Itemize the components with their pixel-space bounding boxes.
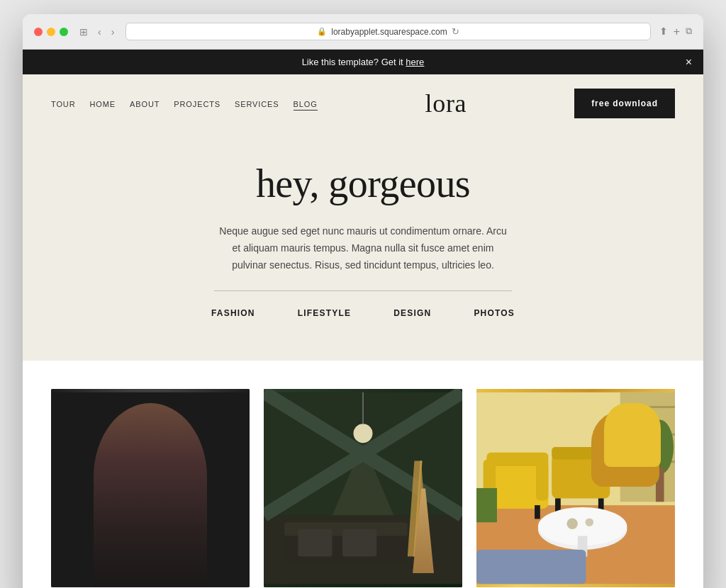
living-room-illustration [476, 389, 675, 587]
category-lifestyle[interactable]: LIFESTYLE [298, 308, 351, 318]
svg-rect-38 [552, 447, 610, 459]
svg-rect-7 [176, 454, 182, 563]
blog-grid-section: 5/22/22 — Photos, Design, Fash... [23, 361, 703, 588]
nav-item-projects[interactable]: PROJECTS [174, 97, 220, 110]
svg-rect-36 [536, 460, 548, 501]
traffic-lights [34, 28, 68, 36]
hero-section: hey, gorgeous Neque augue sed eget nunc … [23, 132, 703, 361]
blog-card-image-1 [51, 389, 250, 587]
nav-link-tour[interactable]: TOUR [51, 100, 75, 108]
svg-rect-4 [120, 454, 125, 563]
nav-item-about[interactable]: ABOUT [130, 97, 160, 110]
category-design[interactable]: DESIGN [393, 308, 431, 318]
nav-item-home[interactable]: HOME [89, 97, 116, 110]
hero-title: hey, gorgeous [51, 161, 675, 206]
announcement-close-button[interactable]: × [686, 56, 692, 69]
free-download-button[interactable]: free download [574, 89, 675, 118]
svg-point-48 [566, 519, 577, 529]
svg-rect-47 [476, 550, 586, 584]
blog-card-image-3 [476, 389, 675, 587]
svg-point-14 [353, 424, 372, 443]
blog-card-image-2 [264, 389, 462, 587]
svg-rect-25 [342, 529, 376, 557]
nav-link-about[interactable]: ABOUT [130, 100, 160, 108]
browser-controls: ⊞ ‹ › [77, 25, 117, 39]
browser-actions: ⬆ + ⧉ [659, 26, 692, 38]
blog-card-1[interactable]: 5/22/22 — Photos, Design, Fash... [51, 389, 250, 588]
svg-rect-0 [51, 392, 250, 584]
nav-item-tour[interactable]: TOUR [51, 97, 75, 110]
svg-point-49 [586, 519, 594, 527]
browser-window: ⊞ ‹ › 🔒 lorabyapplet.squarespace.com ↻ ⬆… [23, 14, 703, 588]
site-logo: lora [425, 89, 467, 118]
tabs-icon[interactable]: ⧉ [686, 26, 692, 38]
blog-grid: 5/22/22 — Photos, Design, Fash... [51, 389, 675, 588]
svg-point-10 [139, 445, 143, 449]
svg-rect-40 [535, 506, 540, 519]
svg-rect-37 [552, 454, 610, 499]
nav-item-blog[interactable]: BLOG [294, 97, 318, 110]
nav-link-home[interactable]: HOME [89, 100, 116, 108]
announcement-text: Like this template? Get it [302, 57, 406, 67]
svg-rect-51 [656, 468, 664, 502]
lock-icon: 🔒 [317, 27, 327, 36]
svg-rect-46 [476, 488, 497, 522]
hero-description: Neque augue sed eget nunc mauris ut cond… [214, 223, 512, 273]
forward-button[interactable]: › [108, 25, 118, 39]
svg-point-9 [155, 443, 166, 452]
url-text: lorabyapplet.squarespace.com [331, 27, 447, 37]
nav-links: TOUR HOME ABOUT PROJECTS SERVICES BLOG [51, 97, 318, 110]
category-photos[interactable]: PHOTOS [474, 308, 515, 318]
share-icon[interactable]: ⬆ [659, 26, 668, 38]
minimize-button[interactable] [47, 28, 55, 36]
portrait-illustration [51, 389, 250, 587]
close-button[interactable] [34, 28, 43, 36]
maximize-button[interactable] [60, 28, 68, 36]
refresh-icon[interactable]: ↻ [452, 26, 459, 37]
blog-card-3[interactable]: 5/22/22 — Fashion, Lifestyle... [476, 389, 675, 588]
website-content: Like this template? Get it here × TOUR H… [23, 50, 703, 588]
new-tab-icon[interactable]: + [674, 26, 680, 38]
nav-item-services[interactable]: SERVICES [235, 97, 279, 110]
svg-point-1 [109, 407, 191, 502]
nav-link-services[interactable]: SERVICES [235, 100, 279, 108]
svg-point-50 [646, 420, 674, 475]
svg-point-8 [135, 443, 145, 452]
browser-chrome: ⊞ ‹ › 🔒 lorabyapplet.squarespace.com ↻ ⬆… [23, 14, 703, 50]
hero-divider [214, 290, 512, 291]
back-button[interactable]: ‹ [95, 25, 104, 39]
svg-rect-30 [620, 407, 675, 409]
svg-rect-6 [165, 458, 171, 567]
navbar: TOUR HOME ABOUT PROJECTS SERVICES BLOG l… [23, 74, 703, 132]
announcement-bar: Like this template? Get it here × [23, 50, 703, 74]
category-fashion[interactable]: FASHION [211, 308, 255, 318]
nav-link-projects[interactable]: PROJECTS [174, 100, 220, 108]
announcement-link[interactable]: here [406, 57, 424, 67]
dark-room-illustration [264, 389, 462, 587]
sidebar-toggle[interactable]: ⊞ [77, 25, 91, 39]
svg-point-2 [120, 417, 182, 485]
svg-point-3 [124, 417, 176, 475]
svg-rect-24 [298, 529, 332, 557]
blog-categories: FASHION LIFESTYLE DESIGN PHOTOS [51, 308, 675, 339]
svg-rect-5 [130, 458, 135, 567]
blog-card-2[interactable]: 5/22/22 — Photos, Lifestyle... [264, 389, 462, 588]
svg-point-11 [160, 445, 164, 449]
address-bar[interactable]: 🔒 lorabyapplet.squarespace.com ↻ [125, 23, 650, 40]
nav-link-blog[interactable]: BLOG [294, 100, 318, 111]
